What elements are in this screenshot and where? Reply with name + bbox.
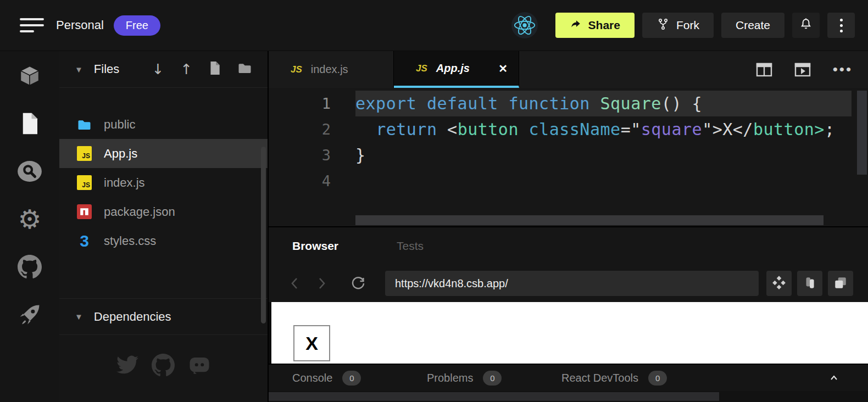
- new-folder-icon[interactable]: [237, 62, 252, 77]
- tab-app-js[interactable]: JS App.js ✕: [394, 51, 519, 88]
- code-line-2[interactable]: 2 return <button className="square">X</b…: [269, 116, 868, 142]
- share-arrow-icon: [570, 19, 582, 32]
- forward-icon[interactable]: [315, 276, 328, 291]
- explorer-scrollbar[interactable]: [261, 147, 266, 323]
- github-icon[interactable]: [17, 254, 42, 280]
- editor-tab-bar: JS index.js JS App.js ✕ •••: [269, 51, 868, 88]
- file-row-package-json[interactable]: package.json: [59, 197, 268, 226]
- social-links: [59, 354, 268, 379]
- folder-icon: [77, 117, 92, 132]
- status-bar: Console 0 Problems 0 React DevTools 0: [269, 364, 868, 391]
- code-line-3[interactable]: 3}: [269, 142, 868, 168]
- file-name: styles.css: [104, 234, 156, 248]
- more-options-button[interactable]: [827, 13, 855, 38]
- status-count-badge: 0: [342, 371, 361, 386]
- refresh-icon[interactable]: [350, 275, 366, 292]
- files-panel-icon[interactable]: [17, 111, 42, 136]
- tab-tests[interactable]: Tests: [397, 239, 424, 253]
- download-icon[interactable]: ↓: [152, 61, 164, 77]
- status-item-problems[interactable]: Problems 0: [427, 371, 561, 386]
- code-line-1[interactable]: 1export default function Square() {: [269, 91, 868, 116]
- code-line-4[interactable]: 4: [269, 168, 868, 194]
- header-actions: Share Fork Create: [511, 12, 868, 38]
- file-explorer: ▼ Files ↓ ↑ public JS App.js JS: [59, 51, 268, 402]
- activity-bar: ⚙: [0, 51, 59, 402]
- sandbox-box-icon[interactable]: [17, 63, 42, 88]
- file-name: package.json: [104, 205, 175, 219]
- fork-icon: [656, 18, 670, 34]
- js-file-icon: JS: [77, 175, 92, 190]
- status-item-console[interactable]: Console 0: [292, 371, 427, 386]
- tab-index-js[interactable]: JS index.js: [269, 51, 394, 88]
- back-icon[interactable]: [288, 276, 302, 291]
- js-file-icon: JS: [291, 64, 302, 75]
- editor-vertical-scrollbar[interactable]: [857, 91, 867, 175]
- dependencies-section-header[interactable]: ▼ Dependencies: [59, 298, 268, 335]
- gear-icon[interactable]: ⚙: [17, 206, 42, 232]
- status-item-react-devtools[interactable]: React DevTools 0: [561, 371, 696, 386]
- editor-horizontal-scrollbar[interactable]: [355, 215, 868, 225]
- status-count-badge: 0: [483, 371, 502, 386]
- file-name: index.js: [104, 176, 145, 190]
- code-text: return <button className="square">X</but…: [355, 116, 852, 142]
- file-row-App-js[interactable]: JS App.js: [59, 139, 268, 168]
- create-button[interactable]: Create: [721, 13, 784, 38]
- file-name: App.js: [104, 147, 137, 161]
- kebab-icon: [840, 19, 843, 32]
- tab-browser[interactable]: Browser: [292, 239, 338, 253]
- preview-window-icon[interactable]: [794, 63, 811, 77]
- workspace-name[interactable]: Personal: [56, 18, 104, 32]
- css-file-icon: 3: [77, 233, 92, 248]
- top-header: Personal Free Share: [0, 0, 868, 51]
- bell-icon: [799, 17, 813, 34]
- bottom-scrollbar[interactable]: [269, 391, 868, 402]
- js-file-icon: JS: [77, 146, 92, 161]
- new-file-icon[interactable]: [209, 61, 221, 77]
- react-logo-icon[interactable]: [511, 12, 538, 38]
- open-in-new-window-button[interactable]: [828, 271, 853, 296]
- diamonds-icon: [772, 276, 786, 292]
- app-preview: X: [269, 302, 868, 364]
- line-number: 3: [269, 147, 331, 164]
- share-button[interactable]: Share: [555, 13, 635, 38]
- menu-icon[interactable]: [20, 14, 44, 36]
- chevron-down-icon[interactable]: ▼: [75, 65, 83, 74]
- rocket-icon[interactable]: [17, 302, 42, 327]
- code-text: }: [355, 142, 852, 168]
- file-row-public[interactable]: public: [59, 110, 268, 139]
- github-icon[interactable]: [152, 354, 175, 379]
- chevron-down-icon[interactable]: ▼: [75, 312, 83, 321]
- file-name: public: [104, 118, 135, 132]
- editor-more-icon[interactable]: •••: [833, 61, 853, 78]
- status-label: Console: [292, 372, 332, 384]
- file-row-index-js[interactable]: JS index.js: [59, 168, 268, 197]
- collapse-panel-icon[interactable]: [827, 371, 841, 384]
- files-title: Files: [94, 62, 119, 76]
- js-file-icon: JS: [416, 63, 427, 74]
- fork-button[interactable]: Fork: [642, 13, 714, 38]
- search-icon[interactable]: [17, 159, 42, 184]
- line-number: 1: [269, 95, 331, 112]
- preview-actions-button[interactable]: [766, 271, 792, 296]
- preview-tab-bar: Browser Tests: [269, 226, 868, 265]
- stacked-windows-icon: [833, 276, 848, 292]
- close-tab-icon[interactable]: ✕: [498, 62, 508, 75]
- status-label: Problems: [427, 372, 473, 384]
- files-section-header[interactable]: ▼ Files ↓ ↑: [59, 51, 268, 88]
- copy-columns-icon: [803, 276, 817, 292]
- status-label: React DevTools: [561, 372, 638, 384]
- split-view-icon[interactable]: [756, 63, 772, 77]
- plan-badge: Free: [114, 15, 160, 36]
- code-text: export default function Square() {: [355, 91, 852, 116]
- square-button[interactable]: X: [293, 325, 330, 361]
- upload-icon[interactable]: ↑: [180, 61, 192, 77]
- notifications-button[interactable]: [792, 13, 820, 38]
- discord-icon[interactable]: [188, 354, 211, 379]
- line-number: 4: [269, 172, 331, 189]
- code-editor[interactable]: 1export default function Square() {2 ret…: [269, 88, 868, 226]
- editor-and-preview-column: JS index.js JS App.js ✕ ••• 1export defa…: [268, 51, 868, 402]
- twitter-icon[interactable]: [116, 354, 138, 379]
- url-input[interactable]: [385, 271, 759, 296]
- file-row-styles-css[interactable]: 3 styles.css: [59, 226, 268, 255]
- duplicate-preview-button[interactable]: [797, 271, 822, 296]
